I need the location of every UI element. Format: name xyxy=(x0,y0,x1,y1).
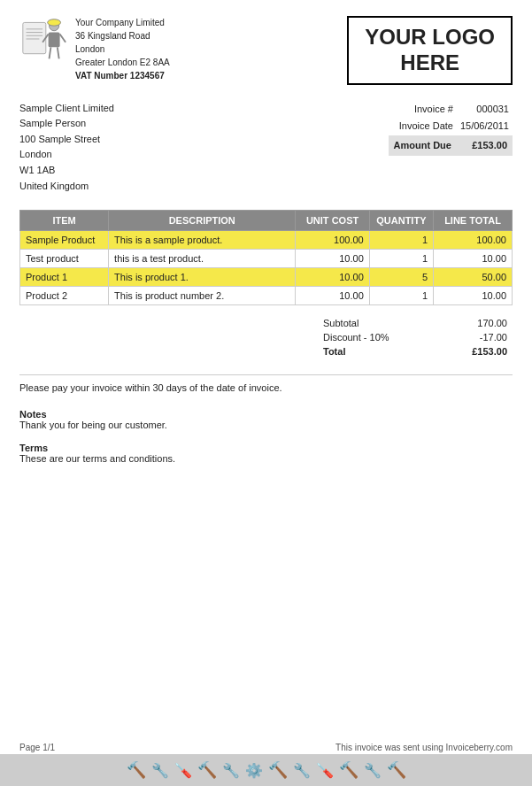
table-row: Sample Product This is a sample product.… xyxy=(20,231,513,250)
billing-section: Sample Client Limited Sample Person 100 … xyxy=(19,101,513,195)
svg-rect-6 xyxy=(49,33,60,48)
amount-due-row: Amount Due £153.00 xyxy=(389,135,513,157)
row-item: Test product xyxy=(20,250,109,268)
subtotal-row: Subtotal 170.00 xyxy=(318,316,513,330)
subtotal-value: 170.00 xyxy=(440,316,513,330)
svg-line-10 xyxy=(58,47,59,58)
client-address1: 100 Sample Street xyxy=(19,132,114,148)
table-row: Product 1 This is product 1. 10.00 5 50.… xyxy=(20,268,513,287)
row-quantity: 1 xyxy=(369,231,433,250)
row-quantity: 1 xyxy=(369,250,433,268)
payment-note: Please pay your invoice within 30 days o… xyxy=(19,374,513,393)
table-row: Test product this is a test product. 10.… xyxy=(20,250,513,268)
company-text: Your Company Limited 36 Kingsland Road L… xyxy=(75,16,170,82)
row-line-total: 10.00 xyxy=(434,250,513,268)
invoice-number-row: Invoice # 000031 xyxy=(389,101,513,119)
row-unit-cost: 10.00 xyxy=(296,268,369,287)
discount-label: Discount - 10% xyxy=(318,330,440,344)
invoice-date-label: Invoice Date xyxy=(389,118,457,135)
totals-section: Subtotal 170.00 Discount - 10% -17.00 To… xyxy=(19,316,513,358)
row-description: This is a sample product. xyxy=(109,231,296,250)
tool-icon-12: 🔨 xyxy=(387,760,406,780)
tool-icon-11: 🔧 xyxy=(364,762,382,779)
row-description: This is product number 2. xyxy=(109,287,296,305)
tool-icon-8: 🔧 xyxy=(293,762,311,779)
table-body: Sample Product This is a sample product.… xyxy=(20,231,513,305)
footer-tools-bar: 🔨 🔧 🪛 🔨 🔧 ⚙️ 🔨 🔧 🪛 🔨 🔧 🔨 xyxy=(0,754,532,786)
items-table: ITEM DESCRIPTION UNIT COST QUANTITY LINE… xyxy=(19,210,513,305)
tool-icon-6: ⚙️ xyxy=(245,762,263,779)
worker-icon xyxy=(19,16,68,73)
row-item: Product 1 xyxy=(20,268,109,287)
invoice-meta: Invoice # 000031 Invoice Date 15/06/2011… xyxy=(318,101,513,195)
invoice-date-row: Invoice Date 15/06/2011 xyxy=(389,118,513,135)
amount-due-value: £153.00 xyxy=(457,135,513,157)
svg-point-11 xyxy=(48,19,61,26)
tool-icon-3: 🪛 xyxy=(174,762,192,779)
header-quantity: QUANTITY xyxy=(369,211,433,231)
tool-icon-10: 🔨 xyxy=(339,760,359,780)
row-unit-cost: 10.00 xyxy=(296,287,369,305)
row-description: This is product 1. xyxy=(109,268,296,287)
company-vat: VAT Number 1234567 xyxy=(75,69,170,82)
svg-rect-0 xyxy=(23,22,46,53)
header-unit-cost: UNIT COST xyxy=(296,211,369,231)
total-value: £153.00 xyxy=(440,344,513,358)
header-line-total: LINE TOTAL xyxy=(434,211,513,231)
amount-due-label: Amount Due xyxy=(389,135,457,157)
invoice-header: Your Company Limited 36 Kingsland Road L… xyxy=(19,16,513,85)
discount-value: -17.00 xyxy=(440,330,513,344)
terms-section: Terms These are our terms and conditions… xyxy=(19,443,513,464)
row-quantity: 1 xyxy=(369,287,433,305)
logo-line2: HERE xyxy=(365,50,495,76)
company-info: Your Company Limited 36 Kingsland Road L… xyxy=(19,16,170,82)
row-unit-cost: 100.00 xyxy=(296,231,369,250)
invoice-number-label: Invoice # xyxy=(389,101,457,119)
company-address2: London xyxy=(75,42,170,56)
powered-by: This invoice was sent using Invoiceberry… xyxy=(335,743,513,752)
logo-box: YOUR LOGO HERE xyxy=(347,16,513,85)
row-line-total: 10.00 xyxy=(434,287,513,305)
row-item: Sample Product xyxy=(20,231,109,250)
tool-icon-2: 🔧 xyxy=(151,762,169,779)
tool-icon-5: 🔧 xyxy=(222,762,240,779)
header-description: DESCRIPTION xyxy=(109,211,296,231)
row-line-total: 50.00 xyxy=(434,268,513,287)
page-footer: Page 1/1 This invoice was sent using Inv… xyxy=(0,743,532,752)
terms-label: Terms xyxy=(19,443,513,453)
company-name: Your Company Limited xyxy=(75,16,170,29)
vat-number: 1234567 xyxy=(130,71,165,81)
client-company: Sample Client Limited xyxy=(19,101,114,117)
svg-line-8 xyxy=(60,34,66,42)
company-address1: 36 Kingsland Road xyxy=(75,29,170,42)
invoice-page: Your Company Limited 36 Kingsland Road L… xyxy=(0,0,532,786)
subtotal-label: Subtotal xyxy=(318,316,440,330)
discount-row: Discount - 10% -17.00 xyxy=(318,330,513,344)
table-header: ITEM DESCRIPTION UNIT COST QUANTITY LINE… xyxy=(20,211,513,231)
row-description: this is a test product. xyxy=(109,250,296,268)
invoice-number-value: 000031 xyxy=(457,101,513,119)
row-unit-cost: 10.00 xyxy=(296,250,369,268)
table-row: Product 2 This is product number 2. 10.0… xyxy=(20,287,513,305)
row-line-total: 100.00 xyxy=(434,231,513,250)
client-person: Sample Person xyxy=(19,116,114,132)
logo-line1: YOUR LOGO xyxy=(365,25,495,50)
totals-table: Subtotal 170.00 Discount - 10% -17.00 To… xyxy=(318,316,513,358)
notes-text: Thank you for being our customer. xyxy=(19,420,513,430)
tool-icon-7: 🔨 xyxy=(268,760,288,780)
invoice-date-value: 15/06/2011 xyxy=(457,118,513,135)
header-item: ITEM xyxy=(20,211,109,231)
notes-section: Notes Thank you for being our customer. xyxy=(19,409,513,430)
row-item: Product 2 xyxy=(20,287,109,305)
client-country: United Kingdom xyxy=(19,179,114,195)
terms-text: These are our terms and conditions. xyxy=(19,453,513,464)
total-label: Total xyxy=(318,344,440,358)
svg-line-9 xyxy=(50,47,51,58)
company-address3: Greater London E2 8AA xyxy=(75,56,170,69)
tool-icon-9: 🪛 xyxy=(316,762,334,779)
client-info: Sample Client Limited Sample Person 100 … xyxy=(19,101,114,195)
client-postcode: W1 1AB xyxy=(19,163,114,179)
tool-icon-1: 🔨 xyxy=(127,760,146,780)
client-address2: London xyxy=(19,147,114,163)
payment-note-text: Please pay your invoice within 30 days o… xyxy=(19,382,282,393)
